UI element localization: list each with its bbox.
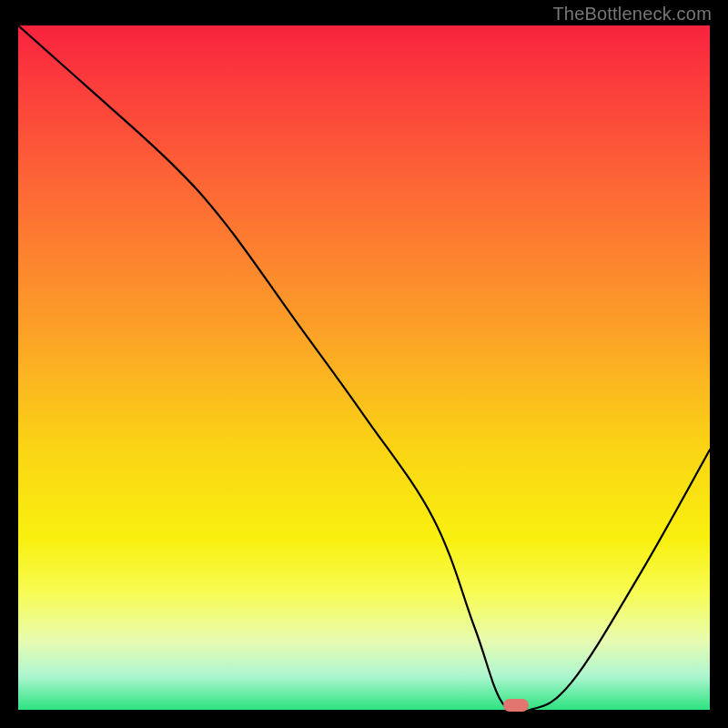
plot-area bbox=[18, 25, 710, 710]
optimal-point-marker bbox=[503, 699, 529, 712]
bottleneck-curve bbox=[18, 25, 710, 710]
watermark-text: TheBottleneck.com bbox=[552, 4, 712, 25]
